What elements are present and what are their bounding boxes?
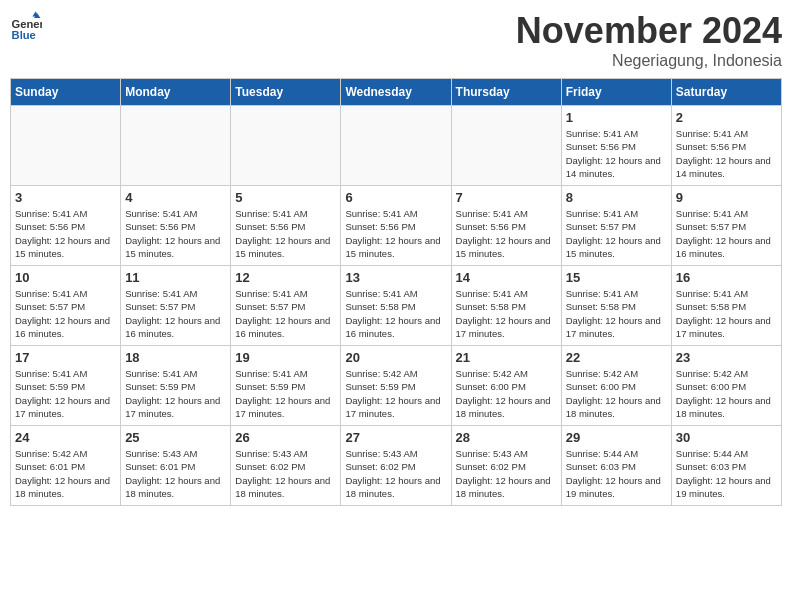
col-header-monday: Monday xyxy=(121,79,231,106)
day-cell: 15Sunrise: 5:41 AM Sunset: 5:58 PM Dayli… xyxy=(561,266,671,346)
day-info: Sunrise: 5:42 AM Sunset: 6:00 PM Dayligh… xyxy=(456,367,557,420)
day-info: Sunrise: 5:43 AM Sunset: 6:02 PM Dayligh… xyxy=(456,447,557,500)
day-number: 26 xyxy=(235,430,336,445)
col-header-saturday: Saturday xyxy=(671,79,781,106)
day-cell: 23Sunrise: 5:42 AM Sunset: 6:00 PM Dayli… xyxy=(671,346,781,426)
day-info: Sunrise: 5:41 AM Sunset: 5:56 PM Dayligh… xyxy=(456,207,557,260)
day-info: Sunrise: 5:42 AM Sunset: 6:00 PM Dayligh… xyxy=(566,367,667,420)
day-info: Sunrise: 5:41 AM Sunset: 5:59 PM Dayligh… xyxy=(125,367,226,420)
day-cell: 16Sunrise: 5:41 AM Sunset: 5:58 PM Dayli… xyxy=(671,266,781,346)
day-cell xyxy=(341,106,451,186)
day-number: 18 xyxy=(125,350,226,365)
day-cell: 9Sunrise: 5:41 AM Sunset: 5:57 PM Daylig… xyxy=(671,186,781,266)
day-number: 21 xyxy=(456,350,557,365)
day-info: Sunrise: 5:41 AM Sunset: 5:57 PM Dayligh… xyxy=(15,287,116,340)
day-cell: 11Sunrise: 5:41 AM Sunset: 5:57 PM Dayli… xyxy=(121,266,231,346)
day-cell: 12Sunrise: 5:41 AM Sunset: 5:57 PM Dayli… xyxy=(231,266,341,346)
logo: General Blue xyxy=(10,10,42,42)
col-header-tuesday: Tuesday xyxy=(231,79,341,106)
day-number: 8 xyxy=(566,190,667,205)
day-number: 17 xyxy=(15,350,116,365)
day-info: Sunrise: 5:41 AM Sunset: 5:58 PM Dayligh… xyxy=(456,287,557,340)
day-cell: 20Sunrise: 5:42 AM Sunset: 5:59 PM Dayli… xyxy=(341,346,451,426)
logo-icon: General Blue xyxy=(10,10,42,42)
day-cell: 2Sunrise: 5:41 AM Sunset: 5:56 PM Daylig… xyxy=(671,106,781,186)
day-cell: 27Sunrise: 5:43 AM Sunset: 6:02 PM Dayli… xyxy=(341,426,451,506)
day-number: 22 xyxy=(566,350,667,365)
day-info: Sunrise: 5:42 AM Sunset: 5:59 PM Dayligh… xyxy=(345,367,446,420)
day-cell: 24Sunrise: 5:42 AM Sunset: 6:01 PM Dayli… xyxy=(11,426,121,506)
week-row-5: 24Sunrise: 5:42 AM Sunset: 6:01 PM Dayli… xyxy=(11,426,782,506)
day-info: Sunrise: 5:43 AM Sunset: 6:02 PM Dayligh… xyxy=(235,447,336,500)
day-number: 5 xyxy=(235,190,336,205)
day-number: 14 xyxy=(456,270,557,285)
day-info: Sunrise: 5:41 AM Sunset: 5:57 PM Dayligh… xyxy=(125,287,226,340)
day-number: 28 xyxy=(456,430,557,445)
week-row-1: 1Sunrise: 5:41 AM Sunset: 5:56 PM Daylig… xyxy=(11,106,782,186)
day-cell xyxy=(121,106,231,186)
day-info: Sunrise: 5:41 AM Sunset: 5:56 PM Dayligh… xyxy=(676,127,777,180)
day-number: 27 xyxy=(345,430,446,445)
week-row-3: 10Sunrise: 5:41 AM Sunset: 5:57 PM Dayli… xyxy=(11,266,782,346)
day-cell: 8Sunrise: 5:41 AM Sunset: 5:57 PM Daylig… xyxy=(561,186,671,266)
day-number: 13 xyxy=(345,270,446,285)
day-cell: 6Sunrise: 5:41 AM Sunset: 5:56 PM Daylig… xyxy=(341,186,451,266)
day-number: 20 xyxy=(345,350,446,365)
col-header-sunday: Sunday xyxy=(11,79,121,106)
day-info: Sunrise: 5:44 AM Sunset: 6:03 PM Dayligh… xyxy=(566,447,667,500)
calendar-table: SundayMondayTuesdayWednesdayThursdayFrid… xyxy=(10,78,782,506)
day-cell xyxy=(231,106,341,186)
day-number: 4 xyxy=(125,190,226,205)
month-title: November 2024 xyxy=(516,10,782,52)
day-info: Sunrise: 5:42 AM Sunset: 6:00 PM Dayligh… xyxy=(676,367,777,420)
week-row-2: 3Sunrise: 5:41 AM Sunset: 5:56 PM Daylig… xyxy=(11,186,782,266)
day-number: 23 xyxy=(676,350,777,365)
day-cell: 21Sunrise: 5:42 AM Sunset: 6:00 PM Dayli… xyxy=(451,346,561,426)
day-number: 16 xyxy=(676,270,777,285)
day-cell: 25Sunrise: 5:43 AM Sunset: 6:01 PM Dayli… xyxy=(121,426,231,506)
day-cell: 17Sunrise: 5:41 AM Sunset: 5:59 PM Dayli… xyxy=(11,346,121,426)
day-number: 11 xyxy=(125,270,226,285)
day-info: Sunrise: 5:41 AM Sunset: 5:58 PM Dayligh… xyxy=(566,287,667,340)
day-number: 19 xyxy=(235,350,336,365)
day-number: 30 xyxy=(676,430,777,445)
day-number: 6 xyxy=(345,190,446,205)
day-cell: 22Sunrise: 5:42 AM Sunset: 6:00 PM Dayli… xyxy=(561,346,671,426)
col-header-wednesday: Wednesday xyxy=(341,79,451,106)
header-row: SundayMondayTuesdayWednesdayThursdayFrid… xyxy=(11,79,782,106)
svg-text:Blue: Blue xyxy=(12,29,36,41)
location-subtitle: Negeriagung, Indonesia xyxy=(516,52,782,70)
day-cell xyxy=(11,106,121,186)
day-cell xyxy=(451,106,561,186)
day-number: 12 xyxy=(235,270,336,285)
day-number: 29 xyxy=(566,430,667,445)
col-header-thursday: Thursday xyxy=(451,79,561,106)
day-info: Sunrise: 5:41 AM Sunset: 5:59 PM Dayligh… xyxy=(235,367,336,420)
day-info: Sunrise: 5:43 AM Sunset: 6:01 PM Dayligh… xyxy=(125,447,226,500)
day-cell: 13Sunrise: 5:41 AM Sunset: 5:58 PM Dayli… xyxy=(341,266,451,346)
day-number: 15 xyxy=(566,270,667,285)
day-info: Sunrise: 5:41 AM Sunset: 5:56 PM Dayligh… xyxy=(566,127,667,180)
title-block: November 2024 Negeriagung, Indonesia xyxy=(516,10,782,70)
day-number: 2 xyxy=(676,110,777,125)
week-row-4: 17Sunrise: 5:41 AM Sunset: 5:59 PM Dayli… xyxy=(11,346,782,426)
day-info: Sunrise: 5:41 AM Sunset: 5:56 PM Dayligh… xyxy=(125,207,226,260)
day-info: Sunrise: 5:41 AM Sunset: 5:56 PM Dayligh… xyxy=(345,207,446,260)
day-cell: 28Sunrise: 5:43 AM Sunset: 6:02 PM Dayli… xyxy=(451,426,561,506)
day-cell: 26Sunrise: 5:43 AM Sunset: 6:02 PM Dayli… xyxy=(231,426,341,506)
day-cell: 3Sunrise: 5:41 AM Sunset: 5:56 PM Daylig… xyxy=(11,186,121,266)
page-header: General Blue November 2024 Negeriagung, … xyxy=(10,10,782,70)
day-number: 1 xyxy=(566,110,667,125)
day-cell: 4Sunrise: 5:41 AM Sunset: 5:56 PM Daylig… xyxy=(121,186,231,266)
day-info: Sunrise: 5:41 AM Sunset: 5:57 PM Dayligh… xyxy=(235,287,336,340)
day-info: Sunrise: 5:41 AM Sunset: 5:57 PM Dayligh… xyxy=(676,207,777,260)
day-info: Sunrise: 5:44 AM Sunset: 6:03 PM Dayligh… xyxy=(676,447,777,500)
day-cell: 14Sunrise: 5:41 AM Sunset: 5:58 PM Dayli… xyxy=(451,266,561,346)
day-number: 7 xyxy=(456,190,557,205)
svg-text:General: General xyxy=(12,18,42,30)
day-info: Sunrise: 5:41 AM Sunset: 5:59 PM Dayligh… xyxy=(15,367,116,420)
day-cell: 19Sunrise: 5:41 AM Sunset: 5:59 PM Dayli… xyxy=(231,346,341,426)
day-info: Sunrise: 5:41 AM Sunset: 5:56 PM Dayligh… xyxy=(235,207,336,260)
day-cell: 30Sunrise: 5:44 AM Sunset: 6:03 PM Dayli… xyxy=(671,426,781,506)
day-cell: 18Sunrise: 5:41 AM Sunset: 5:59 PM Dayli… xyxy=(121,346,231,426)
